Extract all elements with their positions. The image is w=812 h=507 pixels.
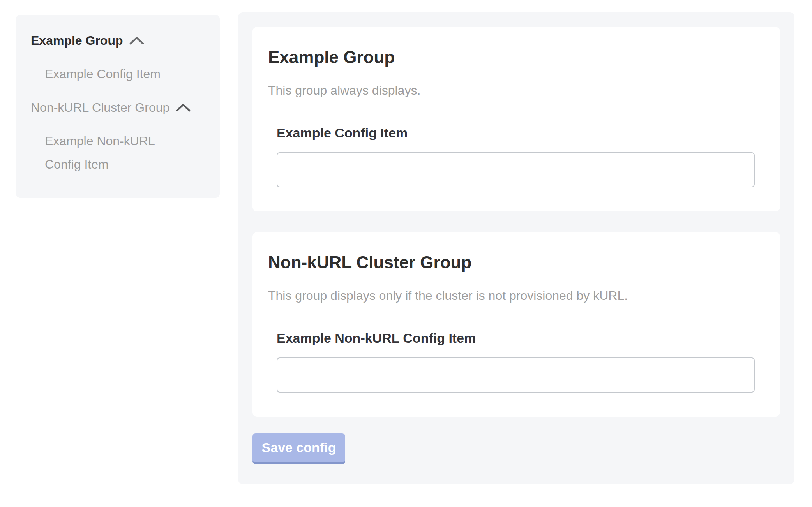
chevron-up-icon xyxy=(129,36,144,45)
group-description: This group displays only if the cluster … xyxy=(268,288,764,303)
sidebar-item-example-config-item[interactable]: Example Config Item xyxy=(45,62,181,86)
group-title: Non-kURL Cluster Group xyxy=(268,252,764,273)
group-description: This group always displays. xyxy=(268,83,764,98)
config-item-label: Example Non-kURL Config Item xyxy=(277,329,755,347)
group-title: Example Group xyxy=(268,47,764,67)
sidebar-group-example-group[interactable]: Example Group xyxy=(31,29,209,52)
config-item-label: Example Config Item xyxy=(277,124,755,141)
sidebar-group-label: Example Group xyxy=(31,29,123,52)
config-group-card-example-group: Example Group This group always displays… xyxy=(252,27,780,211)
sidebar-item-example-non-kurl-config-item[interactable]: Example Non-kURL Config Item xyxy=(45,129,181,176)
example-config-item-input[interactable] xyxy=(277,152,755,187)
config-panel: Example Group This group always displays… xyxy=(238,12,794,484)
example-non-kurl-config-item-input[interactable] xyxy=(277,357,755,393)
save-config-button[interactable]: Save config xyxy=(252,433,345,464)
config-group-card-non-kurl-cluster-group: Non-kURL Cluster Group This group displa… xyxy=(252,232,780,417)
chevron-up-icon xyxy=(176,103,191,112)
sidebar-group-non-kurl-cluster-group[interactable]: Non-kURL Cluster Group xyxy=(31,96,209,119)
config-nav-sidebar: Example Group Example Config Item Non-kU… xyxy=(16,15,220,198)
sidebar-group-label: Non-kURL Cluster Group xyxy=(31,96,169,119)
config-item: Example Config Item xyxy=(277,124,755,187)
config-item: Example Non-kURL Config Item xyxy=(277,329,755,393)
